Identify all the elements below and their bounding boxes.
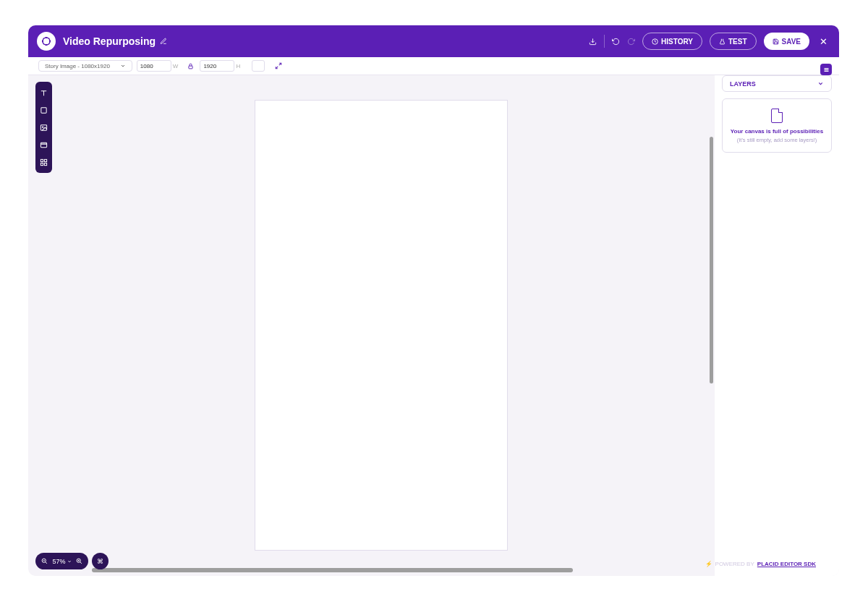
chevron-down-icon bbox=[67, 559, 72, 564]
width-input[interactable] bbox=[137, 60, 171, 72]
layers-empty-state: Your canvas is full of possibilities (It… bbox=[722, 98, 832, 153]
layers-title: LAYERS bbox=[730, 80, 756, 88]
header-divider bbox=[604, 35, 605, 48]
chevron-down-icon bbox=[817, 80, 824, 87]
vertical-scrollbar[interactable] bbox=[710, 137, 713, 383]
horizontal-scrollbar[interactable] bbox=[92, 568, 573, 572]
width-group: W bbox=[137, 60, 182, 72]
download-icon[interactable] bbox=[589, 38, 597, 46]
header-actions: HISTORY TEST SAVE ✕ bbox=[589, 33, 830, 50]
app-logo bbox=[37, 32, 56, 51]
height-group: H bbox=[200, 60, 243, 72]
powered-label: POWERED BY bbox=[715, 561, 754, 567]
lock-aspect-icon[interactable] bbox=[185, 61, 195, 71]
close-icon[interactable]: ✕ bbox=[817, 36, 830, 47]
zoom-in-icon[interactable] bbox=[76, 558, 82, 564]
empty-title: Your canvas is full of possibilities bbox=[730, 128, 824, 135]
preset-dropdown[interactable]: Story Image - 1080x1920 bbox=[38, 60, 132, 72]
svg-line-18 bbox=[80, 562, 82, 564]
layers-panel: LAYERS Your canvas is full of possibilit… bbox=[715, 75, 839, 576]
zoom-out-icon[interactable] bbox=[41, 558, 48, 564]
brand-link[interactable]: PLACID EDITOR SDK bbox=[757, 561, 816, 567]
fit-screen-icon[interactable] bbox=[273, 61, 284, 71]
properties-bar: Story Image - 1080x1920 W H bbox=[28, 57, 839, 75]
history-label: HISTORY bbox=[661, 38, 693, 46]
width-label: W bbox=[173, 63, 179, 69]
canvas[interactable] bbox=[255, 100, 508, 551]
zoom-value[interactable]: 57% bbox=[52, 558, 71, 565]
history-button[interactable]: HISTORY bbox=[642, 33, 702, 50]
preset-label: Story Image - 1080x1920 bbox=[45, 63, 110, 69]
keyboard-shortcuts-icon[interactable]: ⌘ bbox=[92, 553, 109, 569]
save-button[interactable]: SAVE bbox=[764, 33, 810, 50]
svg-rect-1 bbox=[189, 66, 192, 69]
redo-icon[interactable] bbox=[627, 38, 635, 46]
app-header: Video Repurposing HISTORY TEST bbox=[28, 25, 839, 57]
layers-header[interactable]: LAYERS bbox=[722, 75, 832, 92]
height-input[interactable] bbox=[200, 60, 234, 72]
document-title: Video Repurposing bbox=[63, 35, 156, 47]
editor-app: Video Repurposing HISTORY TEST bbox=[28, 25, 839, 576]
background-color-swatch[interactable] bbox=[252, 60, 265, 72]
canvas-viewport[interactable] bbox=[28, 75, 715, 576]
toggle-layers-panel-icon[interactable] bbox=[820, 64, 832, 75]
powered-by: ⚡ POWERED BY PLACID EDITOR SDK bbox=[705, 561, 816, 567]
zoom-control: 57% bbox=[35, 553, 88, 569]
chevron-down-icon bbox=[120, 63, 126, 69]
save-label: SAVE bbox=[782, 38, 801, 46]
editor-body: LAYERS Your canvas is full of possibilit… bbox=[28, 75, 839, 576]
empty-file-icon bbox=[770, 108, 784, 124]
test-button[interactable]: TEST bbox=[710, 33, 757, 50]
svg-line-15 bbox=[46, 562, 47, 564]
height-label: H bbox=[236, 63, 240, 69]
edit-title-icon[interactable] bbox=[160, 38, 167, 45]
empty-subtitle: (It's still empty, add some layers!) bbox=[730, 137, 824, 143]
undo-icon[interactable] bbox=[612, 38, 620, 46]
test-label: TEST bbox=[728, 38, 747, 46]
